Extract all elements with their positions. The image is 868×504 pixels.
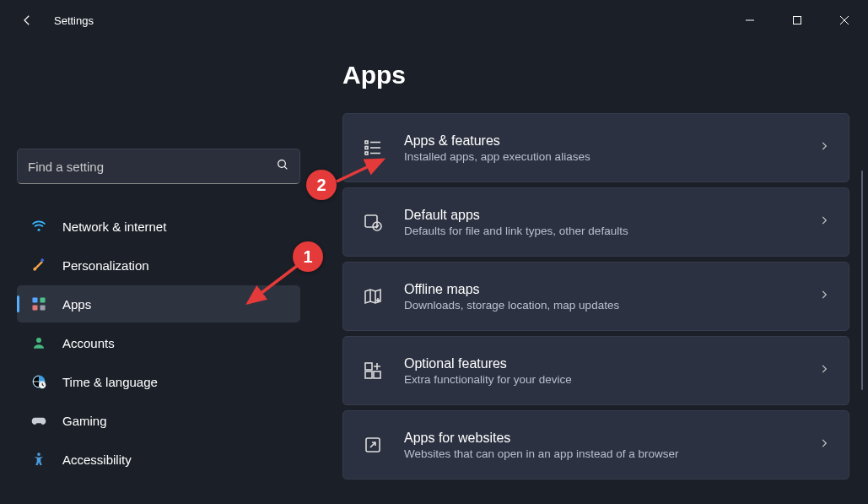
accessibility-icon [30,451,47,468]
maximize-button[interactable] [774,0,821,41]
svg-point-4 [278,160,286,168]
settings-card-list: Apps & features Installed apps, app exec… [342,113,849,480]
card-offline-maps[interactable]: Offline maps Downloads, storage location… [342,262,849,331]
person-icon [30,334,47,351]
window-controls [726,0,868,41]
svg-rect-11 [40,306,46,311]
add-feature-icon [362,360,384,382]
card-desc: Extra functionality for your device [404,373,818,386]
svg-rect-1 [794,17,801,24]
chevron-right-icon [818,363,830,378]
card-default-apps[interactable]: Default apps Defaults for file and link … [342,187,849,257]
svg-rect-22 [365,215,377,227]
apps-icon [30,295,47,312]
svg-rect-25 [365,371,372,378]
defaults-icon [362,211,384,233]
search-box[interactable] [17,149,300,184]
window-title: Settings [54,14,94,27]
sidebar-item-gaming[interactable]: Gaming [17,402,300,439]
search-input[interactable] [28,160,276,174]
paintbrush-icon [30,257,47,274]
svg-rect-10 [33,306,38,311]
svg-rect-20 [365,152,368,154]
svg-point-12 [36,338,41,343]
minimize-button[interactable] [726,0,774,41]
sidebar-item-personalization[interactable]: Personalization [17,247,300,284]
sidebar-item-apps[interactable]: Apps [17,285,300,322]
svg-rect-9 [40,298,46,303]
chevron-right-icon [818,214,830,230]
svg-line-5 [284,166,287,169]
sidebar-item-accessibility[interactable]: Accessibility [17,441,300,478]
chevron-right-icon [818,437,830,453]
svg-rect-26 [374,371,380,378]
card-desc: Installed apps, app execution aliases [404,150,818,163]
open-external-icon [362,434,384,456]
card-optional-features[interactable]: Optional features Extra functionality fo… [342,336,849,405]
sidebar-item-label: Gaming [62,414,107,428]
card-title: Optional features [404,356,818,371]
sidebar-item-label: Accounts [62,336,115,350]
svg-point-15 [37,453,40,456]
svg-rect-24 [365,363,372,370]
back-button[interactable] [17,10,37,30]
svg-point-6 [38,229,40,231]
page-title: Apps [342,61,849,89]
chevron-right-icon [818,140,830,155]
sidebar-nav: Network & internet Personalization [17,208,300,478]
card-desc: Downloads, storage location, map updates [404,299,818,312]
gamepad-icon [30,412,47,429]
card-title: Apps for websites [404,431,818,446]
card-title: Apps & features [404,133,818,149]
sidebar-item-network[interactable]: Network & internet [17,208,300,245]
sidebar-item-accounts[interactable]: Accounts [17,324,300,361]
svg-rect-16 [365,141,368,144]
sidebar-item-label: Time & language [62,375,158,389]
sidebar-item-label: Personalization [62,258,149,273]
card-title: Offline maps [404,282,818,297]
card-apps-features[interactable]: Apps & features Installed apps, app exec… [342,113,849,182]
sidebar-item-label: Accessibility [62,453,132,467]
card-apps-for-websites[interactable]: Apps for websites Websites that can open… [342,410,849,480]
sidebar-item-label: Network & internet [62,219,166,234]
sidebar-item-label: Apps [62,297,91,312]
search-icon [276,158,289,175]
sidebar-item-time-language[interactable]: Time & language [17,363,300,400]
chevron-right-icon [818,289,830,304]
svg-rect-18 [365,147,368,149]
card-title: Default apps [404,208,818,223]
wifi-icon [30,218,47,235]
clock-globe-icon [30,373,47,390]
map-icon [362,285,384,307]
card-desc: Defaults for file and link types, other … [404,225,818,237]
scrollbar[interactable] [861,171,863,390]
list-icon [362,137,384,159]
title-bar: Settings [0,0,868,41]
svg-rect-8 [33,298,38,303]
card-desc: Websites that can open in an app instead… [404,447,818,460]
close-button[interactable] [821,0,868,41]
